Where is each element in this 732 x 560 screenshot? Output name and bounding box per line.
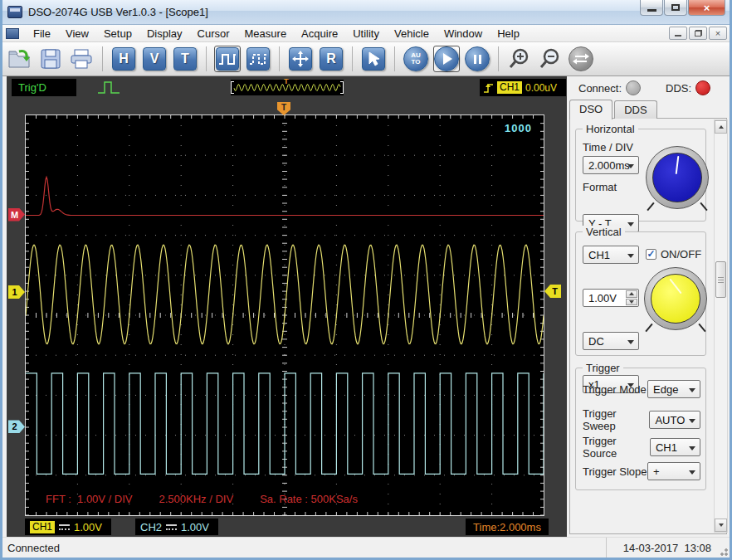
dds-led — [695, 80, 710, 95]
math-position-marker[interactable]: M — [8, 208, 25, 222]
control-panel: Connect: DDS: DSO DDS Horizontal Time / … — [567, 76, 730, 537]
scroll-down-button[interactable] — [715, 519, 727, 532]
scope-region: Trig'D T CH1 0.00uV 1000 FFT : 1.00V / D… — [7, 76, 567, 537]
child-minimize-button[interactable] — [669, 27, 687, 40]
swap-button[interactable] — [568, 46, 594, 72]
trigger-sweep-select[interactable]: AUTO — [649, 411, 700, 429]
maximize-button[interactable] — [664, 0, 687, 16]
menu-setup[interactable]: Setup — [96, 26, 139, 41]
scroll-up-icon — [719, 125, 724, 129]
connect-label: Connect: — [578, 82, 622, 95]
trigger-slope-value: + — [653, 465, 660, 478]
play-icon — [434, 46, 459, 71]
tab-dds[interactable]: DDS — [614, 100, 656, 119]
reference-button[interactable]: R — [318, 46, 344, 72]
resize-grip[interactable] — [718, 546, 728, 556]
waveform-mode-button[interactable] — [214, 46, 241, 72]
menu-acquire[interactable]: Acquire — [294, 26, 345, 41]
menu-vehicle[interactable]: Vehicle — [387, 26, 437, 41]
scope-display: 1000 FFT : 1.00V / DIV 2.500KHz / DIV Sa… — [25, 114, 544, 516]
vertical-knob-face — [651, 274, 700, 324]
zoom-in-button[interactable] — [506, 46, 533, 72]
waveform-preview-slider[interactable]: T — [231, 80, 344, 95]
scroll-up-button[interactable] — [715, 120, 727, 134]
trigger-source-select[interactable]: CH1 — [650, 438, 700, 456]
chevron-down-icon — [627, 340, 634, 344]
menu-display[interactable]: Display — [139, 26, 190, 41]
minimize-button[interactable] — [640, 0, 663, 16]
zoom-out-button[interactable] — [537, 46, 564, 72]
folder-open-icon — [7, 48, 32, 70]
ch1-chip: CH1 — [30, 521, 55, 533]
square-wave-icon — [216, 47, 239, 71]
autoset-button[interactable]: AUTO — [403, 46, 429, 72]
open-button[interactable] — [7, 46, 33, 72]
coupling-select[interactable]: DC — [583, 332, 639, 350]
zoom-out-icon — [539, 47, 562, 71]
document-icon — [6, 28, 19, 39]
stepper-down-button[interactable] — [626, 299, 637, 306]
preview-trigger-marker[interactable]: T — [284, 77, 289, 85]
menu-file[interactable]: File — [26, 26, 58, 41]
fft-scale-text: FFT : 1.00V / DIV — [46, 493, 133, 505]
volts-div-stepper[interactable]: 1.00V — [583, 289, 639, 307]
onoff-checkbox[interactable]: ✓ — [646, 249, 656, 260]
menu-cursor[interactable]: Cursor — [190, 26, 237, 41]
save-button[interactable] — [37, 46, 64, 72]
child-close-button[interactable]: × — [709, 27, 727, 40]
coupling-value: DC — [588, 335, 604, 348]
trigger-status-text: Trig'D — [18, 81, 46, 94]
app-window: DSO-2074G USB Ver1.0.3 - [Scope1] × File… — [0, 0, 732, 560]
toolbar-separator — [279, 46, 280, 71]
vertical-knob[interactable] — [644, 267, 707, 330]
ch2-volts: 1.00V — [181, 521, 209, 533]
ch2-position-marker[interactable]: 2 — [8, 420, 25, 433]
fft-info-row: FFT : 1.00V / DIV 2.500KHz / DIV Sa. Rat… — [46, 493, 358, 505]
waveform-dashed-button[interactable] — [245, 46, 271, 72]
chevron-down-icon — [689, 419, 695, 423]
toolbar-separator — [394, 46, 395, 71]
print-button[interactable] — [68, 46, 95, 72]
close-button[interactable]: × — [688, 0, 725, 16]
math-button[interactable] — [287, 46, 314, 72]
auto-text-bottom: TO — [412, 58, 421, 66]
trigger-mode-select[interactable]: Edge — [647, 380, 700, 398]
chevron-down-icon — [689, 388, 695, 392]
horizontal-button[interactable]: H — [110, 46, 137, 72]
preview-left-bracket — [231, 81, 234, 94]
volts-div-value: 1.00V — [588, 292, 617, 304]
stepper-up-button[interactable] — [626, 290, 637, 298]
menu-help[interactable]: Help — [490, 26, 527, 41]
channel-select[interactable]: CH1 — [583, 246, 639, 264]
panel-scrollbar[interactable] — [714, 119, 728, 533]
pause-button[interactable] — [464, 46, 490, 72]
horizontal-knob[interactable] — [646, 146, 709, 209]
chevron-down-icon — [627, 222, 634, 226]
chevron-down-icon — [689, 470, 695, 475]
chevron-down-icon — [689, 446, 695, 450]
dc-coupling-icon — [166, 524, 177, 530]
menu-window[interactable]: Window — [437, 26, 490, 41]
trigger-position-marker[interactable]: T — [277, 102, 290, 115]
scroll-down-icon — [719, 523, 724, 527]
child-restore-button[interactable] — [689, 27, 707, 40]
menu-measure[interactable]: Measure — [237, 26, 295, 41]
toolbar: H V T R — [0, 42, 732, 76]
trigger-slope-select[interactable]: + — [647, 462, 700, 480]
floppy-icon — [40, 48, 61, 70]
run-button[interactable] — [433, 46, 460, 72]
dc-coupling-icon — [59, 524, 70, 530]
ch1-position-marker[interactable]: 1 — [8, 285, 25, 299]
time-div-select[interactable]: 2.000ms — [583, 156, 639, 174]
timebase-value: Time:2.000ms — [473, 521, 541, 533]
menu-utility[interactable]: Utility — [345, 26, 387, 41]
cursor-select-button[interactable] — [360, 46, 387, 72]
timebase-readout: Time:2.000ms — [466, 519, 549, 535]
menu-view[interactable]: View — [58, 26, 96, 41]
trigger-button[interactable]: T — [172, 46, 198, 72]
vertical-button[interactable]: V — [141, 46, 168, 72]
ch1-readout: CH1 1.00V — [25, 519, 111, 535]
tab-dso[interactable]: DSO — [569, 100, 612, 119]
scrollbar-thumb[interactable] — [715, 261, 726, 298]
trigger-level-marker[interactable]: T — [544, 285, 561, 298]
